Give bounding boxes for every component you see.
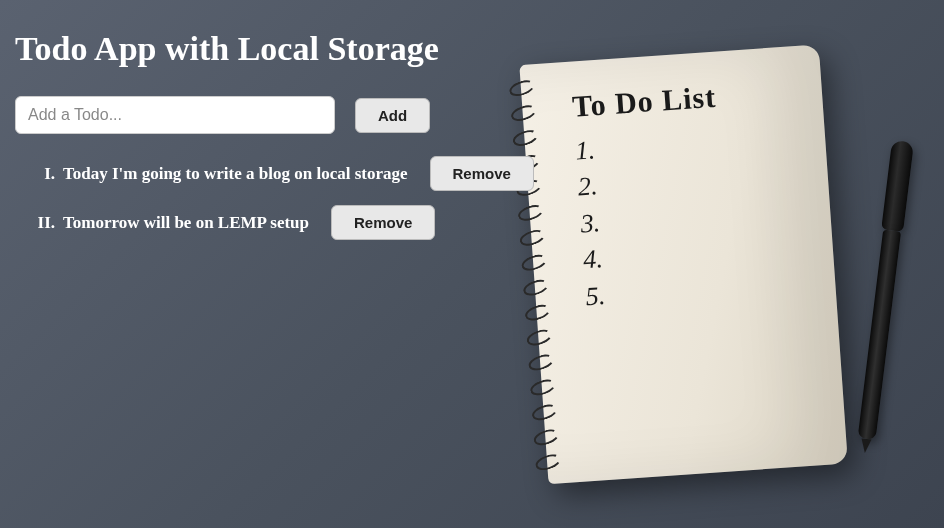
list-item: II. Tomorrow will be on LEMP setup Remov… bbox=[33, 205, 929, 240]
remove-button[interactable]: Remove bbox=[331, 205, 435, 240]
add-button[interactable]: Add bbox=[355, 98, 430, 133]
add-todo-row: Add bbox=[15, 96, 929, 134]
todo-label: Today I'm going to write a blog on local… bbox=[63, 164, 408, 183]
list-item: I. Today I'm going to write a blog on lo… bbox=[33, 156, 929, 191]
todo-list: I. Today I'm going to write a blog on lo… bbox=[15, 156, 929, 240]
todo-numeral: I. bbox=[33, 164, 55, 184]
todo-text: II. Tomorrow will be on LEMP setup bbox=[33, 213, 309, 233]
todo-numeral: II. bbox=[33, 213, 55, 233]
todo-input[interactable] bbox=[15, 96, 335, 134]
todo-label: Tomorrow will be on LEMP setup bbox=[63, 213, 309, 232]
page-title: Todo App with Local Storage bbox=[15, 30, 929, 68]
todo-text: I. Today I'm going to write a blog on lo… bbox=[33, 164, 408, 184]
remove-button[interactable]: Remove bbox=[430, 156, 534, 191]
